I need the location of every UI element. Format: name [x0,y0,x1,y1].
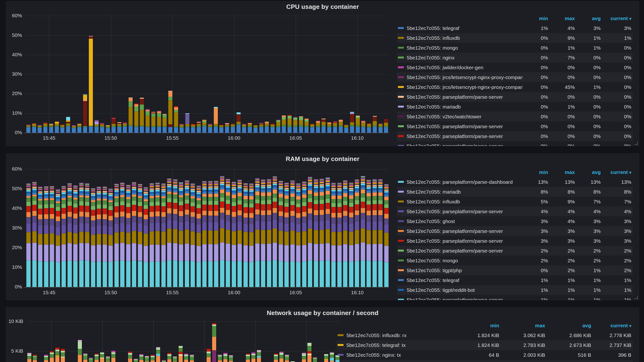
legend-row[interactable]: 5be12ec7c055: mariadb0%1%0%0% [397,102,633,112]
legend-row[interactable]: 5be12ec7c055: parseplatform/parse-server… [397,92,633,102]
legend-row[interactable]: 5be12ec7c055: parseplatform/parse-dashbo… [397,177,633,187]
legend-row[interactable]: 5be12ec7c055: influxdb5%9%7%7% [397,197,633,206]
legend-row[interactable]: 5be12ec7c055: parseplatform/parse-server… [397,236,633,246]
legend-series-label[interactable]: 5be12ec7c055: jwilder/docker-gen [397,65,522,71]
bar-segment [55,127,59,133]
bar-segment [120,188,124,189]
legend-row[interactable]: 5be12ec7c055: tigpt/php0%2%1%2% [397,265,633,275]
legend-header-max[interactable]: max [550,16,576,21]
legend-row[interactable]: 5be12ec7c055: telegraf1%4%3%3% [397,23,633,33]
bar-segment [326,180,330,180]
legend-series-label[interactable]: 5be12ec7c055: parseplatform/parse-server [397,209,522,214]
legend-series-label[interactable]: 5be12ec7c055: mariadb [397,189,522,195]
legend-row[interactable]: 5be12ec7c055: telegraf: rx240 B307 B360 … [336,360,633,362]
bar-segment [322,127,326,133]
legend-row[interactable]: 5be12ec7c055: influxdb0%9%1%1% [397,33,633,43]
legend-header-max[interactable]: max [550,169,576,175]
bar-segment [343,201,348,205]
bar-segment [236,114,240,122]
legend-header-max[interactable]: max [500,323,546,328]
legend-row[interactable]: 5be12ec7c055: parseplatform/parse-server… [397,295,633,300]
legend-row[interactable]: 5be12ec7c055: telegraf: tx1.824 KiB2.783… [336,340,633,350]
legend-series-label[interactable]: 5be12ec7c055: telegraf [397,26,522,31]
legend-header-min[interactable]: min [522,169,550,175]
bar-segment [214,191,218,194]
bar-segment [232,188,236,189]
panel-resize-handle[interactable] [634,296,638,299]
bar-segment [167,186,172,188]
legend-series-label[interactable]: 5be12ec7c055: jrcs/letsencrypt-nginx-pro… [397,75,522,80]
legend-header-min[interactable]: min [522,16,550,21]
legend-series-label[interactable]: 5be12ec7c055: telegraf [397,277,522,283]
legend-series-label[interactable]: 5be12ec7c055: parseplatform/parse-server [397,124,522,129]
legend-series-label[interactable]: 5be12ec7c055: parseplatform/parse-server [397,94,522,100]
legend-header-current[interactable]: current▾ [592,323,633,328]
legend-series-label[interactable]: 5be12ec7c055: jrcs/letsencrypt-nginx-pro… [397,84,522,90]
bar-segment [214,183,218,183]
legend-header-avg[interactable]: avg [576,169,602,175]
legend-series-label[interactable]: 5be12ec7c055: nginx: tx [336,352,455,358]
legend-series-label[interactable]: 5be12ec7c055: influxdb [397,199,522,205]
legend-series-label[interactable]: 5be12ec7c055: ghost [397,218,522,224]
legend-series-label[interactable]: 5be12ec7c055: parseplatform/parse-server [397,228,522,234]
legend-row[interactable]: 5be12ec7c055: mariadb8%8%8%8% [397,187,633,197]
legend-row[interactable]: 5be12ec7c055: mongo0%1%1%0% [397,43,633,53]
legend-series-label[interactable]: 5be12ec7c055: mongo [397,45,522,51]
bar-segment [302,181,306,182]
bar-segment [155,183,160,184]
legend-series-label[interactable]: 5be12ec7c055: v2tec/watchtower [397,114,522,120]
legend-series-label[interactable]: 5be12ec7c055: nginx [397,55,522,61]
legend-row[interactable]: 5be12ec7c055: telegraf1%1%1%1% [397,275,633,285]
bar-segment [114,217,119,223]
legend-header-current[interactable]: current▾ [602,169,633,175]
bar-segment [91,190,95,191]
legend-row[interactable]: 5be12ec7c055: jrcs/letsencrypt-nginx-pro… [397,72,633,82]
legend-row[interactable]: 5be12ec7c055: parseplatform/parse-server… [397,206,633,216]
bar-segment [236,125,240,133]
legend-series-label[interactable]: 5be12ec7c055: parseplatform/parse-server [397,133,522,139]
legend-value-avg: 0% [576,133,602,139]
bar-segment [220,189,224,193]
legend-series-label[interactable]: 5be12ec7c055: parseplatform/parse-server [397,143,522,146]
bar-segment [83,94,87,95]
bar-segment [196,214,201,218]
panel-resize-handle[interactable] [634,142,638,145]
legend-row[interactable]: 5be12ec7c055: parseplatform/parse-server… [397,122,633,131]
legend-header-avg[interactable]: avg [576,16,602,21]
legend-series-label[interactable]: 5be12ec7c055: parseplatform/parse-server [397,248,522,254]
legend-row[interactable]: 5be12ec7c055: nginx: tx64 B2.003 KiB516 … [336,350,633,360]
legend-header-avg[interactable]: avg [546,323,592,328]
legend-series-label[interactable]: 5be12ec7c055: influxdb [397,35,522,41]
legend-series-label[interactable]: 5be12ec7c055: mongo [397,258,522,263]
legend-series-label[interactable]: 5be12ec7c055: telegraf: tx [336,342,455,348]
legend-row[interactable]: 5be12ec7c055: influxdb: rx1.824 KiB3.062… [336,330,633,340]
legend-row[interactable]: 5be12ec7c055: v2tec/watchtower0%0%0%0% [397,112,633,122]
legend-series-label[interactable]: 5be12ec7c055: parseplatform/parse-server [397,297,522,300]
legend-row[interactable]: 5be12ec7c055: nginx0%7%0%0% [397,53,633,63]
x-axis-baseline [24,133,389,133]
legend-row[interactable]: 5be12ec7c055: parseplatform/parse-server… [397,246,633,256]
bar-segment [255,229,260,243]
legend-row[interactable]: 5be12ec7c055: jwilder/docker-gen0%0%0%0% [397,63,633,72]
legend-row[interactable]: 5be12ec7c055: parseplatform/parse-server… [397,141,633,146]
legend-row[interactable]: 5be12ec7c055: ghost3%4%3%3% [397,216,633,226]
legend-header-current[interactable]: current▾ [602,16,633,21]
bar-segment [366,193,371,197]
bar-segment [91,194,95,194]
legend-series-label[interactable]: 5be12ec7c055: mariadb [397,104,522,110]
bar-segment [83,100,87,101]
legend-series-label[interactable]: 5be12ec7c055: influxdb: rx [336,332,455,338]
legend-row[interactable]: 5be12ec7c055: jrcs/letsencrypt-nginx-pro… [397,82,633,92]
legend-series-label[interactable]: 5be12ec7c055: tigpt/php [397,268,522,273]
legend-series-label[interactable]: 5be12ec7c055: tigpt/reddit-bot [397,287,522,293]
legend-row[interactable]: 5be12ec7c055: tigpt/reddit-bot1%1%1%1% [397,285,633,295]
legend-header-min[interactable]: min [455,323,500,328]
bar-segment [44,194,48,196]
legend-row[interactable]: 5be12ec7c055: parseplatform/parse-server… [397,131,633,141]
bar-segment [202,126,206,133]
legend-row[interactable]: 5be12ec7c055: parseplatform/parse-server… [397,226,633,236]
legend-series-label[interactable]: 5be12ec7c055: parseplatform/parse-dashbo… [397,179,522,185]
legend-row[interactable]: 5be12ec7c055: mongo2%2%2%2% [397,256,633,265]
legend-series-label[interactable]: 5be12ec7c055: parseplatform/parse-server [397,238,522,244]
bar-segment [91,188,95,189]
